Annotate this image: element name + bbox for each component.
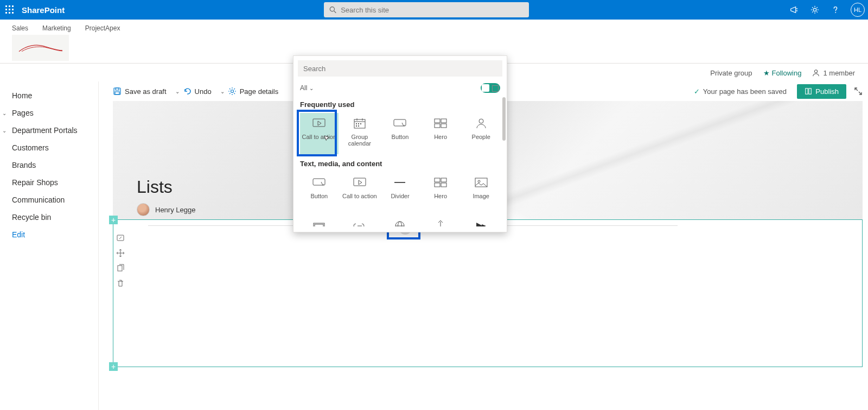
svg-point-17	[231, 90, 233, 93]
hub-link-sales[interactable]: Sales	[12, 24, 28, 32]
help-icon[interactable]	[830, 4, 841, 15]
svg-rect-36	[441, 124, 446, 128]
globe-icon	[393, 219, 407, 226]
svg-rect-2	[12, 5, 14, 7]
save-draft-button[interactable]: Save as draft	[113, 87, 167, 96]
author-name: Henry Legge	[155, 206, 195, 214]
save-draft-chevron[interactable]: ⌄	[172, 89, 183, 94]
chevron-down-icon: ⌄	[309, 85, 314, 91]
wp-hero-2[interactable]: Hero	[422, 172, 460, 213]
nav-edit[interactable]: Edit	[0, 226, 98, 243]
undo-button[interactable]: Undo	[183, 87, 212, 96]
nav-recycle-bin[interactable]: Recycle bin	[0, 209, 98, 226]
hub-link-projectapex[interactable]: ProjectApex	[85, 24, 120, 32]
wp-image[interactable]: Image	[462, 172, 500, 213]
section[interactable]: + +	[113, 219, 863, 367]
wp-partial-2[interactable]	[341, 216, 379, 226]
wp-label: People	[472, 134, 490, 140]
svg-rect-5	[12, 9, 14, 10]
svg-point-37	[479, 119, 483, 123]
delete-section-icon[interactable]	[116, 279, 125, 288]
wp-hero[interactable]: Hero	[422, 113, 460, 154]
svg-rect-30	[356, 125, 357, 127]
settings-gear-icon[interactable]	[809, 4, 820, 15]
left-nav: Home ⌄ Pages ⌄ Department Portals Custom…	[0, 81, 99, 410]
nav-customers[interactable]: Customers	[0, 139, 98, 156]
search-box[interactable]	[324, 2, 529, 17]
wp-label: Hero	[434, 134, 447, 140]
picker-scrollbar[interactable]: ▾	[502, 97, 506, 232]
svg-rect-33	[435, 119, 440, 123]
picker-search[interactable]	[298, 60, 502, 77]
wp-partial-1[interactable]	[300, 216, 339, 226]
svg-rect-3	[5, 9, 7, 10]
scroll-down-icon[interactable]: ▾	[503, 231, 506, 232]
saved-status: ✓ Your page has been saved	[694, 87, 787, 96]
scrollbar-thumb[interactable]	[502, 97, 506, 141]
picker-view-toggle[interactable]	[481, 83, 500, 93]
undo-chevron[interactable]: ⌄	[217, 89, 228, 94]
edit-section-icon[interactable]	[116, 233, 125, 243]
wp-partial-5[interactable]	[462, 216, 500, 226]
suite-bar: SharePoint HL	[0, 0, 868, 20]
wp-call-to-action-2[interactable]: Call to action	[341, 172, 379, 213]
add-section-bottom[interactable]: +	[109, 362, 118, 371]
wp-group-calendar[interactable]: Group calendar	[341, 113, 379, 154]
call-to-action-icon	[353, 175, 367, 190]
svg-point-13	[815, 70, 818, 73]
page-author[interactable]: Henry Legge	[137, 203, 195, 216]
cursor-icon	[323, 135, 331, 142]
publish-button[interactable]: Publish	[797, 84, 846, 99]
svg-rect-7	[9, 12, 10, 14]
webpart-picker: All ⌄ Frequently used Call to action Gro…	[293, 55, 507, 232]
duplicate-section-icon[interactable]	[116, 263, 125, 273]
page-details-button[interactable]: Page details	[228, 87, 279, 96]
wp-partial-4[interactable]	[422, 216, 460, 226]
checkmark-icon: ✓	[694, 87, 700, 96]
svg-point-12	[835, 12, 836, 13]
wp-button[interactable]: Button	[381, 113, 419, 154]
save-icon	[113, 87, 122, 96]
wp-label: Divider	[391, 193, 409, 199]
members-link[interactable]: 1 member	[812, 69, 855, 77]
category-frequently-used: Frequently used	[300, 100, 500, 109]
svg-rect-0	[5, 5, 7, 7]
nav-pages[interactable]: ⌄ Pages	[0, 104, 98, 122]
add-section-top[interactable]: +	[109, 216, 118, 224]
app-launcher-icon[interactable]	[0, 0, 20, 20]
svg-rect-19	[809, 89, 811, 94]
wp-label: Hero	[434, 193, 447, 199]
nav-department-portals[interactable]: ⌄ Department Portals	[0, 122, 98, 139]
wp-people[interactable]: People	[462, 113, 500, 154]
wp-call-to-action[interactable]: Call to action	[300, 113, 339, 154]
svg-rect-18	[806, 89, 808, 94]
picker-search-input[interactable]	[303, 65, 497, 73]
nav-dept-label: Department Portals	[12, 126, 78, 135]
spacer-icon	[433, 219, 448, 226]
move-section-icon[interactable]	[116, 248, 125, 258]
nav-brands[interactable]: Brands	[0, 156, 98, 174]
svg-rect-43	[435, 183, 440, 187]
chevron-down-icon: ⌄	[2, 110, 7, 116]
site-logo[interactable]	[12, 35, 69, 61]
svg-line-10	[334, 11, 336, 13]
publish-label: Publish	[815, 87, 839, 96]
expand-icon[interactable]	[854, 87, 863, 96]
nav-repair-shops[interactable]: Repair Shops	[0, 174, 98, 191]
user-avatar[interactable]: HL	[851, 3, 865, 17]
megaphone-icon[interactable]	[789, 4, 800, 15]
svg-rect-35	[435, 124, 440, 128]
svg-rect-6	[5, 12, 7, 14]
hub-link-marketing[interactable]: Marketing	[42, 24, 71, 32]
wp-button-2[interactable]: Button	[300, 172, 339, 213]
follow-toggle[interactable]: ★ Following	[763, 69, 802, 77]
privacy-label: Private group	[710, 69, 752, 77]
picker-filter-all[interactable]: All ⌄	[300, 84, 314, 92]
page-title[interactable]: Lists	[137, 177, 173, 197]
search-input[interactable]	[341, 6, 524, 14]
svg-point-9	[330, 7, 334, 11]
svg-rect-44	[441, 183, 446, 187]
nav-communication[interactable]: Communication	[0, 191, 98, 209]
wp-partial-3[interactable]	[381, 216, 419, 226]
wp-divider[interactable]: Divider	[381, 172, 419, 213]
